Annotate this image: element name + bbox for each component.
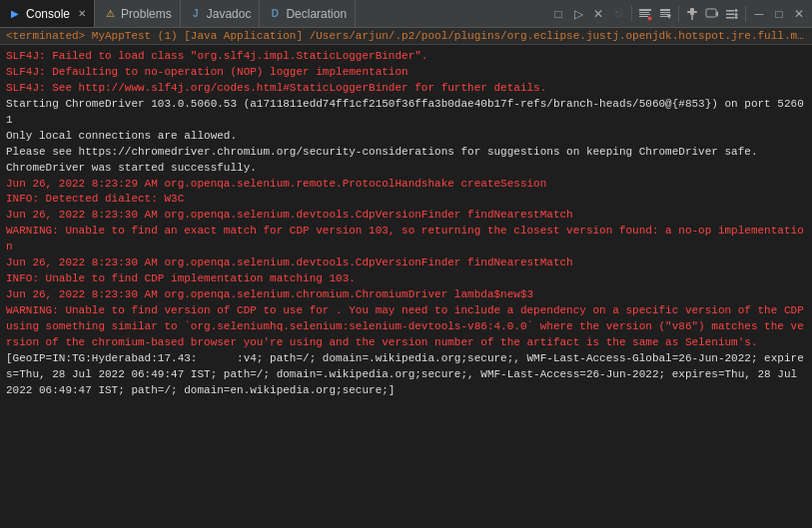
svg-rect-8 [660,14,670,15]
console-line: Starting ChromeDriver 103.0.5060.53 (a17… [6,97,806,129]
toolbar-right: □ ▷ ✕ ◾ [549,5,812,23]
terminate-button[interactable]: ✕ [589,5,607,23]
separator-2 [678,6,679,22]
console-options-button[interactable] [723,5,741,23]
console-line: Jun 26, 2022 8:23:29 AM org.openqa.selen… [6,177,806,193]
clear-console-button[interactable] [636,5,654,23]
console-line: Jun 26, 2022 8:23:30 AM org.openqa.selen… [6,287,806,303]
tab-console-close[interactable]: ✕ [78,8,86,19]
svg-rect-13 [706,9,716,17]
title-bar: <terminated> MyAppTest (1) [Java Applica… [0,28,812,45]
console-line: INFO: Unable to find CDP implementation … [6,271,806,287]
svg-point-17 [735,9,738,12]
disconnect-button[interactable]: ◾ [609,5,627,23]
svg-rect-1 [639,12,649,13]
problems-icon: ⚠ [103,7,117,21]
console-line: WARNING: Unable to find an exact match f… [6,224,806,256]
console-icon: ▶ [8,7,22,21]
display-selected-console-button[interactable] [703,5,721,23]
console-line: SLF4J: See http://www.slf4j.org/codes.ht… [6,81,806,97]
console-output[interactable]: SLF4J: Failed to load class "org.slf4j.i… [0,45,812,523]
stop-button[interactable]: □ [549,5,567,23]
console-line: SLF4J: Defaulting to no-operation (NOP) … [6,65,806,81]
console-line: INFO: Detected dialect: W3C [6,192,806,208]
console-line: Jun 26, 2022 8:23:30 AM org.openqa.selen… [6,208,806,224]
tab-problems[interactable]: ⚠ Problems [95,0,181,27]
svg-rect-16 [726,17,734,19]
svg-rect-14 [726,10,734,12]
javadoc-icon: J [189,7,203,21]
svg-rect-3 [639,16,648,17]
pin-console-button[interactable] [683,5,701,23]
tab-declaration[interactable]: D Declaration [260,0,356,27]
separator-1 [631,6,632,22]
svg-rect-15 [726,13,734,15]
separator-3 [745,6,746,22]
console-line: Jun 26, 2022 8:23:30 AM org.openqa.selen… [6,256,806,271]
console-line: Please see https://chromedriver.chromium… [6,145,806,161]
scroll-lock-button[interactable] [656,5,674,23]
tab-javadoc[interactable]: J Javadoc [181,0,261,27]
tab-javadoc-label: Javadoc [207,7,252,21]
tab-problems-label: Problems [121,7,172,21]
svg-rect-2 [639,14,650,15]
svg-rect-0 [639,9,651,11]
run-button[interactable]: ▷ [569,5,587,23]
tab-declaration-label: Declaration [286,7,347,21]
minimize-button[interactable]: ─ [750,5,768,23]
console-line: Only local connections are allowed. [6,129,806,145]
tab-bar: ▶ Console ✕ ⚠ Problems J Javadoc D Decla… [0,0,812,28]
tab-console[interactable]: ▶ Console ✕ [0,0,95,27]
svg-point-19 [735,16,738,19]
maximize-button[interactable]: □ [770,5,788,23]
tab-console-label: Console [26,7,70,21]
declaration-icon: D [268,7,282,21]
close-view-button[interactable]: ✕ [790,5,808,23]
console-line: SLF4J: Failed to load class "org.slf4j.i… [6,49,806,65]
title-text: <terminated> MyAppTest (1) [Java Applica… [6,30,812,42]
svg-rect-11 [687,11,697,13]
svg-rect-6 [660,9,670,11]
svg-point-18 [735,13,738,16]
console-line: WARNING: Unable to find version of CDP t… [6,303,806,351]
console-line: [GeoIP=IN:TG:Hyderabad:17.43: :v4; path=… [6,351,806,399]
console-line: ChromeDriver was started successfully. [6,161,806,177]
svg-rect-7 [660,12,670,13]
